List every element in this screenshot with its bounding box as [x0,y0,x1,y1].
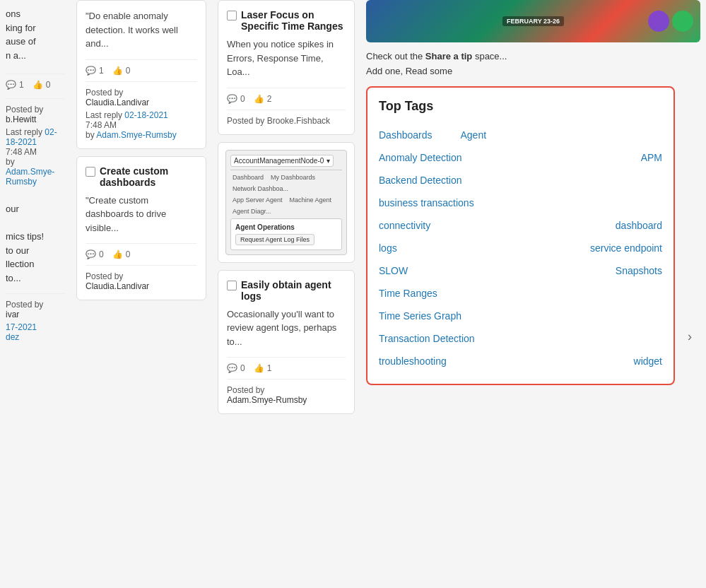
left-footer-2: Posted by ivar 17-2021 dez [6,293,65,342]
custom-dashboard-card: Create custom dashboards "Create custom … [76,156,206,301]
top-tags-title: Top Tags [379,99,662,114]
comment-icon-3: 💬 [86,249,96,259]
tag-backend-detection[interactable]: Backend Detection [379,175,462,186]
like-icon-5: 👍 [254,363,264,373]
dash-tab-app-server[interactable]: App Server Agent [230,196,285,204]
left-like-1: 👍 0 [33,80,51,90]
laser-focus-title-text: Laser Focus on Specific Time Ranges [241,9,346,32]
tag-time-series-graph[interactable]: Time Series Graph [379,310,461,322]
tag-business-transactions[interactable]: business transactions [379,197,474,208]
custom-dashboard-author: Claudia.Landivar [86,281,197,291]
tag-time-ranges[interactable]: Time Ranges [379,288,437,299]
left-reply-user[interactable]: Adam.Smye-Rumsby [6,167,54,187]
top-tags-row: Top Tags Dashboards Agent Anomaly Detect… [366,86,700,588]
tag-dashboard[interactable]: dashboard [616,220,662,231]
dash-agent-tabs: App Server Agent Machine Agent Agent Dia… [230,196,342,216]
dash-tab-agent-diag[interactable]: Agent Diagr... [230,207,273,216]
chevron-nav-button[interactable]: › [679,327,700,348]
dash-tab-my-dashboards[interactable]: My Dashboards [269,173,317,182]
anomaly-like-count: 0 [126,66,131,76]
dashboard-mockup: AccountManagementNode-0 ▾ Dashboard My D… [225,150,347,255]
agent-logs-card: Easily obtain agent logs Occasionally yo… [218,270,355,415]
left-author-label-1: Posted by [6,105,65,114]
last-reply-label-2: Last reply [86,110,124,120]
col-mid-right: Laser Focus on Specific Time Ranges When… [212,0,360,588]
tag-troubleshooting[interactable]: troubleshooting [379,355,447,367]
left-reply-count-1: 1 [19,80,24,90]
tag-connectivity[interactable]: connectivity [379,220,430,231]
tag-row-2: Anomaly Detection APM [379,146,662,169]
comment-icon-4: 💬 [227,94,237,104]
tag-row-7: SLOW Snapshots [379,259,662,282]
laser-focus-card: Laser Focus on Specific Time Ranges When… [218,0,355,135]
tag-row-1: Dashboards Agent [379,124,662,146]
anomaly-reply-count: 1 [99,66,104,76]
agent-logs-body: Occasionally you'll want to review agent… [227,307,346,349]
tag-dashboards[interactable]: Dashboards [379,129,433,141]
anomaly-card-meta: 💬 1 👍 0 [86,59,197,76]
dash-tab-network[interactable]: Network Dashboa... [230,184,290,193]
left-footer-1: Posted by b.Hewitt Last reply 02-18-2021… [6,98,65,187]
anomaly-reply-time: 7:48 AM [86,120,197,130]
tag-widget[interactable]: widget [634,355,662,367]
tag-row-6: logs service endpoint [379,237,662,259]
dash-request-logs-button[interactable]: Request Agent Log Files [235,234,314,245]
anomaly-author: Claudia.Landivar [86,98,197,107]
left-meta-1: 💬 1 👍 0 [6,74,65,90]
tag-row-5: connectivity dashboard [379,214,662,237]
laser-focus-footer: Posted by Brooke.Fishback [227,110,346,126]
left-date-link-2[interactable]: 17-2021 [6,322,37,332]
tag-row-11: troubleshooting widget [379,350,662,372]
tag-anomaly-detection[interactable]: Anomaly Detection [379,152,462,163]
anomaly-card-body: "Do enable anomaly detection. It works w… [86,9,197,51]
tag-snapshots[interactable]: Snapshots [616,265,662,276]
custom-dashboard-title-text: Create custom dashboards [100,165,197,188]
promo-image: FEBRUARY 23-26 [366,0,700,42]
tag-logs[interactable]: logs [379,242,397,254]
left-reply-by: by Adam.Smye-Rumsby [6,157,65,187]
laser-focus-reply-count: 0 [240,94,245,104]
anomaly-likes: 👍 0 [112,66,131,76]
comment-icon-5: 💬 [227,363,237,373]
laser-focus-likes: 👍 2 [254,94,272,104]
anomaly-reply-date[interactable]: 02-18-2021 [124,110,167,120]
left-author-1: b.Hewitt [6,114,65,124]
agent-logs-title-text: Easily obtain agent logs [241,279,346,302]
laser-focus-like-count: 2 [267,94,272,104]
anomaly-reply-user[interactable]: Adam.Smye-Rumsby [96,130,176,140]
agent-logs-title: Easily obtain agent logs [227,279,346,302]
dash-dropdown[interactable]: AccountManagementNode-0 ▾ [230,155,334,167]
tag-slow[interactable]: SLOW [379,265,408,276]
tag-row-4: business transactions [379,192,662,214]
col-mid-left: "Do enable anomaly detection. It works w… [71,0,212,588]
laser-focus-author-label: Posted by Brooke.Fishback [227,116,346,126]
custom-dashboard-author-label: Posted by [86,271,197,281]
tag-service-endpoint[interactable]: service endpoint [590,242,662,254]
laser-focus-body: When you notice spikes in Errors, Respon… [227,37,346,79]
tag-apm[interactable]: APM [641,152,662,163]
promo-date-badge: FEBRUARY 23-26 [502,16,564,26]
last-reply-label: Last reply [6,127,45,137]
dash-tab-machine-agent[interactable]: Machine Agent [288,196,334,204]
tag-row-9: Time Series Graph [379,305,662,327]
agent-logs-checkbox[interactable] [227,281,237,290]
tag-agent[interactable]: Agent [461,129,487,141]
left-snippet-2: ourmics tips!to ourllectionto... [6,202,65,285]
like-icon: 👍 [33,80,43,90]
tag-row-10: Transaction Detection [379,327,662,350]
left-user-2[interactable]: dez [6,332,65,342]
left-like-count-1: 0 [46,80,51,90]
col-left: onsking forause ofn a... 💬 1 👍 0 Posted … [0,0,71,588]
custom-dashboard-checkbox[interactable] [86,167,95,177]
anomaly-reply-section: Last reply 02-18-2021 7:48 AM by Adam.Sm… [86,110,197,140]
left-author-2: ivar [6,310,65,319]
custom-dashboard-like-count: 0 [126,249,131,259]
dash-dropdown-label: AccountManagementNode-0 [234,157,324,165]
custom-dashboard-comments: 💬 0 [86,249,104,259]
laser-focus-checkbox[interactable] [227,11,237,20]
agent-logs-likes: 👍 1 [254,363,272,373]
comment-icon-2: 💬 [86,66,96,76]
tag-transaction-detection[interactable]: Transaction Detection [379,333,475,344]
dash-tab-dashboard[interactable]: Dashboard [230,173,266,182]
agent-logs-meta: 💬 0 👍 1 [227,357,346,373]
